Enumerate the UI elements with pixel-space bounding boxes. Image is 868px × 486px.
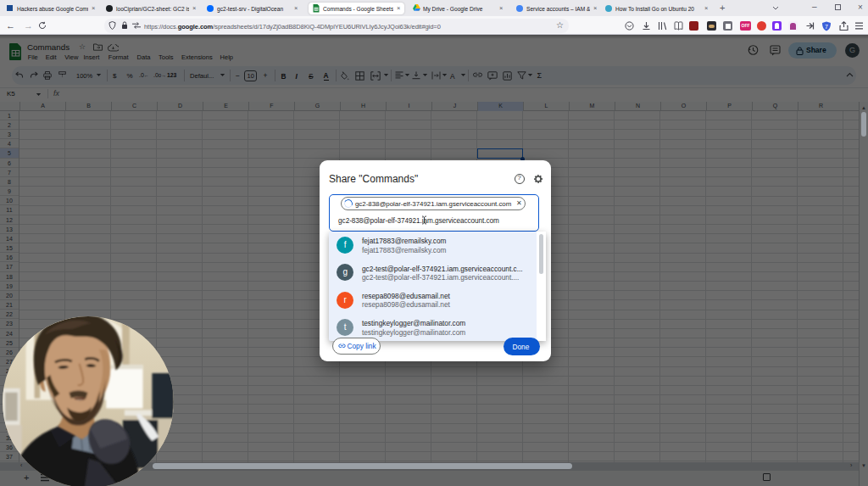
svg-text:7: 7	[825, 24, 828, 30]
